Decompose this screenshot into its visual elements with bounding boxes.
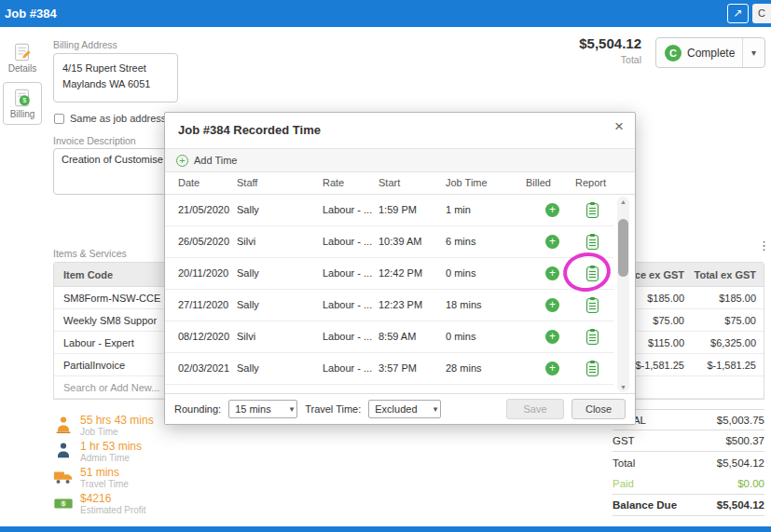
rounding-select[interactable]: 15 mins ▾ xyxy=(228,400,297,418)
billed-add-icon[interactable]: + xyxy=(545,361,559,375)
item-price: $-1,581.25 xyxy=(635,354,684,376)
report-icon[interactable] xyxy=(586,361,599,376)
add-item-placeholder: Search or Add New... xyxy=(54,382,159,393)
modal-scrollbar[interactable]: ▲ ▼ xyxy=(617,197,629,392)
col-start: Start xyxy=(379,177,400,188)
time-staff: Sally xyxy=(237,362,259,374)
billed-add-icon[interactable]: + xyxy=(545,266,559,280)
time-job-time: 6 mins xyxy=(446,236,475,247)
col-total-ex-gst: Total ex GST xyxy=(695,263,756,287)
subtotal-value: $5,003.75 xyxy=(717,415,764,426)
svg-text:$: $ xyxy=(22,96,26,104)
time-staff: Sally xyxy=(237,267,259,279)
invoice-description-label: Invoice Description xyxy=(53,135,136,146)
complete-button-main[interactable]: C Complete xyxy=(656,45,742,61)
app-window: Job #384 ↗ C Details $ Billing Billing A… xyxy=(0,0,771,532)
items-menu-icon[interactable]: ⋮ xyxy=(758,239,770,252)
same-as-job-address-checkbox[interactable] xyxy=(54,114,64,124)
header-action-button[interactable]: C xyxy=(752,4,771,23)
sidebar-billing-label: Billing xyxy=(10,109,35,119)
add-time-button[interactable]: + Add Time xyxy=(165,148,635,172)
page-title: Job #384 xyxy=(5,7,57,20)
time-start: 12:42 PM xyxy=(379,267,422,279)
paid-row: Paid $0.00 xyxy=(613,473,764,495)
item-total: $75.00 xyxy=(724,309,756,332)
sidebar-details-label: Details xyxy=(8,63,37,74)
stat-value: $4216 xyxy=(80,492,111,505)
gst-row: GST $500.37 xyxy=(613,430,764,452)
col-report: Report xyxy=(575,177,606,188)
save-button[interactable]: Save xyxy=(506,399,564,419)
time-staff: Silvi xyxy=(237,236,255,247)
complete-status-icon: C xyxy=(665,45,682,61)
time-row-highlighted[interactable]: 20/11/2020 Sally Labour - ... 12:42 PM 0… xyxy=(165,258,613,290)
travel-time-select[interactable]: Excluded ▾ xyxy=(368,400,441,418)
time-start: 10:39 AM xyxy=(379,236,421,247)
svg-text:$: $ xyxy=(62,500,65,507)
time-row[interactable]: 21/05/2020 Sally Labour - ... 1:59 PM 1 … xyxy=(165,195,613,226)
time-row[interactable]: 26/05/2020 Silvi Labour - ... 10:39 AM 6… xyxy=(165,226,613,258)
time-row[interactable]: 27/11/2020 Sally Labour - ... 12:23 PM 1… xyxy=(165,290,613,321)
expand-icon[interactable]: ↗ xyxy=(727,4,749,23)
time-staff: Sally xyxy=(237,299,259,310)
billing-address-field[interactable]: 4/15 Rupert Street Maylands WA 6051 xyxy=(53,53,178,102)
rounding-value: 15 mins xyxy=(235,403,271,415)
complete-button[interactable]: C Complete ▾ xyxy=(655,37,765,68)
item-total: $185.00 xyxy=(719,287,756,309)
scroll-up-icon[interactable]: ▲ xyxy=(617,198,629,205)
job-total-label: Total xyxy=(621,54,641,65)
bottom-bar xyxy=(0,526,771,532)
report-icon[interactable] xyxy=(586,298,599,313)
sidebar-item-details[interactable]: Details xyxy=(3,42,42,74)
report-icon[interactable] xyxy=(586,266,599,281)
add-time-label: Add Time xyxy=(194,155,237,166)
col-job-time: Job Time xyxy=(446,177,488,188)
stat-label: Admin Time xyxy=(80,453,130,463)
time-rate: Labour - ... xyxy=(323,299,372,310)
paid-label: Paid xyxy=(613,478,634,489)
close-icon[interactable]: × xyxy=(614,117,624,136)
stat-value: 51 mins xyxy=(80,466,119,479)
time-date: 26/05/2020 xyxy=(178,236,229,247)
close-button[interactable]: Close xyxy=(571,399,626,419)
details-icon xyxy=(12,42,33,62)
report-icon[interactable] xyxy=(586,330,599,345)
col-rate: Rate xyxy=(323,177,344,188)
address-line-1: 4/15 Rupert Street xyxy=(62,61,169,76)
total-label: Total xyxy=(613,457,635,469)
stat-label: Travel Time xyxy=(80,479,129,489)
same-as-job-address-label: Same as job address xyxy=(70,113,166,124)
top-bar: Job #384 ↗ C xyxy=(0,0,771,27)
travel-time-value: Excluded xyxy=(375,403,417,415)
sidebar-item-billing[interactable]: $ Billing xyxy=(3,82,42,125)
scroll-down-icon[interactable]: ▼ xyxy=(617,384,629,390)
item-code: SM8Form-NSW-CCE xyxy=(54,293,160,304)
time-start: 8:59 AM xyxy=(379,331,416,342)
billed-add-icon[interactable]: + xyxy=(545,235,559,249)
complete-dropdown-caret[interactable]: ▾ xyxy=(742,38,764,67)
stat-estimated-profit: $ $4216 Estimated Profit xyxy=(53,492,212,517)
time-table-header: Date Staff Rate Start Job Time Billed Re… xyxy=(165,173,635,195)
rounding-label: Rounding: xyxy=(174,403,221,415)
report-icon[interactable] xyxy=(586,235,599,250)
worker-icon xyxy=(53,415,74,439)
item-code: PartialInvoice xyxy=(54,360,125,371)
report-icon[interactable] xyxy=(586,203,599,218)
paid-value: $0.00 xyxy=(737,478,764,489)
total-row: Total $5,504.12 xyxy=(613,452,764,473)
time-staff: Silvi xyxy=(237,331,255,342)
time-job-time: 1 min xyxy=(446,204,471,215)
gst-value: $500.37 xyxy=(725,435,764,446)
scrollbar-thumb[interactable] xyxy=(618,219,628,277)
item-total: $6,325.00 xyxy=(710,332,756,354)
time-row[interactable]: 02/03/2021 Sally Labour - ... 3:57 PM 28… xyxy=(165,353,613,385)
complete-button-label: Complete xyxy=(687,47,735,60)
person-icon xyxy=(53,441,74,465)
recorded-time-modal: Job #384 Recorded Time × + Add Time Date… xyxy=(164,112,636,425)
billed-add-icon[interactable]: + xyxy=(545,330,559,344)
billed-add-icon[interactable]: + xyxy=(545,298,559,312)
billed-add-icon[interactable]: + xyxy=(545,203,559,217)
time-row[interactable]: 08/12/2020 Silvi Labour - ... 8:59 AM 0 … xyxy=(165,321,613,353)
time-rate: Labour - ... xyxy=(323,267,372,279)
time-job-time: 0 mins xyxy=(446,331,475,342)
